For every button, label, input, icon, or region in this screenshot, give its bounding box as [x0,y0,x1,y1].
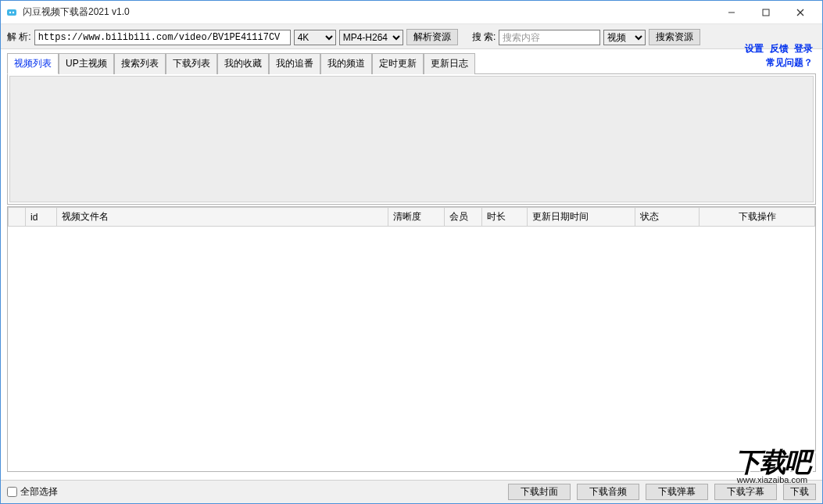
download-subtitle-button[interactable]: 下载字幕 [714,484,777,500]
svg-rect-0 [7,9,16,16]
format-select[interactable]: MP4-H264 [339,30,403,45]
tab-favorites[interactable]: 我的收藏 [217,53,269,74]
close-button[interactable] [783,2,818,23]
download-danmu-button[interactable]: 下载弹幕 [646,484,708,500]
title-bar: 闪豆视频下载器2021 v1.0 [1,1,822,24]
tabs: 视频列表 UP主视频 搜索列表 下载列表 我的收藏 我的追番 我的频道 定时更新… [1,52,822,73]
maximize-button[interactable] [749,2,783,23]
svg-point-1 [9,11,11,13]
search-label: 搜 索: [472,30,496,44]
tab-scheduled[interactable]: 定时更新 [372,53,424,74]
col-quality[interactable]: 清晰度 [388,208,445,227]
svg-point-2 [13,11,14,13]
col-duration[interactable]: 时长 [482,208,528,227]
video-table: id 视频文件名 清晰度 会员 时长 更新日期时间 状态 下载操作 [8,207,815,227]
download-partial-button[interactable]: 下载 [783,484,816,500]
search-button[interactable]: 搜索资源 [649,29,700,45]
parse-button[interactable]: 解析资源 [406,29,458,45]
minimize-button[interactable] [714,2,749,23]
col-checkbox[interactable] [9,208,26,227]
tab-bangumi[interactable]: 我的追番 [269,53,320,74]
tab-video-list[interactable]: 视频列表 [7,53,59,74]
quality-select[interactable]: 4K [294,30,336,45]
tab-changelog[interactable]: 更新日志 [424,53,475,74]
search-input[interactable] [499,30,600,45]
preview-panel-inner [9,76,814,202]
search-type-select[interactable]: 视频 [603,30,646,45]
svg-rect-4 [763,9,769,16]
select-all-checkbox[interactable] [7,487,17,497]
tab-channel[interactable]: 我的频道 [320,53,372,74]
window-controls [714,2,818,23]
table-header-row: id 视频文件名 清晰度 会员 时长 更新日期时间 状态 下载操作 [9,208,815,227]
tab-up-videos[interactable]: UP主视频 [59,53,114,74]
col-vip[interactable]: 会员 [445,208,482,227]
video-table-wrap: id 视频文件名 清晰度 会员 时长 更新日期时间 状态 下载操作 [7,206,816,472]
col-status[interactable]: 状态 [635,208,700,227]
download-cover-button[interactable]: 下载封面 [508,484,571,500]
url-input[interactable] [34,30,291,45]
tab-search-list[interactable]: 搜索列表 [114,53,166,74]
select-all-wrap[interactable]: 全部选择 [7,485,58,499]
preview-panel [7,73,816,205]
toolbar: 解 析: 4K MP4-H264 解析资源 搜 索: 视频 搜索资源 [1,24,822,49]
col-name[interactable]: 视频文件名 [57,208,388,227]
window-title: 闪豆视频下载器2021 v1.0 [23,5,130,19]
col-action[interactable]: 下载操作 [700,208,815,227]
footer-bar: 全部选择 下载封面 下载音频 下载弹幕 下载字幕 下载 [1,480,822,503]
col-date[interactable]: 更新日期时间 [528,208,635,227]
app-icon [5,6,18,19]
tab-download-list[interactable]: 下载列表 [166,53,217,74]
download-audio-button[interactable]: 下载音频 [577,484,639,500]
select-all-label: 全部选择 [20,485,58,499]
parse-label: 解 析: [7,30,31,44]
col-id[interactable]: id [26,208,57,227]
